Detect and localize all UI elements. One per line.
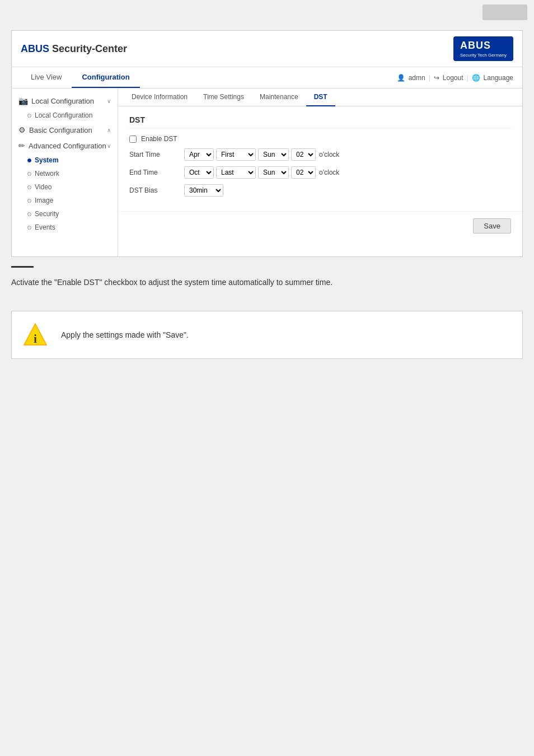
start-hour-select[interactable]: 0001020304 0506070809 101112 bbox=[291, 148, 316, 161]
sidebar-item-advanced-config[interactable]: ✏ Advanced Configuration ∨ bbox=[12, 138, 118, 153]
sidebar-sub-network[interactable]: Network bbox=[12, 167, 118, 180]
admin-label: admn bbox=[409, 74, 425, 82]
dst-bias-label: DST Bias bbox=[129, 186, 180, 194]
image-label: Image bbox=[35, 197, 53, 204]
events-dot bbox=[27, 226, 31, 230]
sidebar-sub-system[interactable]: System bbox=[12, 153, 118, 167]
dst-bias-controls: 30min60min90min120min bbox=[184, 184, 223, 197]
sidebar-sub-events[interactable]: Events bbox=[12, 221, 118, 234]
start-time-label: Start Time bbox=[129, 151, 180, 158]
info-icon: i bbox=[21, 320, 50, 349]
system-dot bbox=[27, 158, 31, 162]
logo-text: ABUS bbox=[460, 40, 491, 51]
local-config-dot bbox=[27, 114, 31, 118]
tab-dst[interactable]: DST bbox=[306, 88, 335, 106]
language-icon: 🌐 bbox=[472, 74, 480, 82]
system-label: System bbox=[35, 156, 59, 164]
end-time-label: End Time bbox=[129, 169, 180, 176]
start-oclock: o'clock bbox=[319, 151, 339, 158]
app-title: ABUS Security-Center bbox=[21, 43, 127, 55]
sidebar-item-basic-config[interactable]: ⚙ Basic Configuration ∧ bbox=[12, 122, 118, 138]
tab-device-info[interactable]: Device Information bbox=[124, 88, 195, 106]
events-label: Events bbox=[35, 223, 55, 231]
network-dot bbox=[27, 172, 31, 176]
description-text: Activate the "Enable DST" checkbox to ad… bbox=[11, 277, 523, 288]
sidebar-sub-local-config[interactable]: Local Configuration bbox=[12, 109, 118, 122]
basic-config-label: Basic Configuration bbox=[29, 126, 92, 134]
sidebar-item-local-config[interactable]: 📷 Local Configuration ∨ bbox=[12, 93, 118, 109]
save-area: Save bbox=[118, 211, 522, 240]
app-title-suffix: Security-Center bbox=[49, 43, 127, 54]
start-day-select[interactable]: SunMonTueWedThuFriSat bbox=[258, 148, 289, 161]
end-week-select[interactable]: FirstSecondThirdFourthLast bbox=[216, 166, 256, 179]
svg-text:i: i bbox=[34, 333, 37, 345]
video-dot bbox=[27, 185, 31, 189]
security-dot bbox=[27, 212, 31, 216]
end-month-select[interactable]: JanFebMarApr MayJunJulAug SepOctNovDec bbox=[184, 166, 214, 179]
network-label: Network bbox=[35, 170, 59, 178]
info-box: i Apply the settings made with "Save". bbox=[11, 311, 523, 359]
sidebar-sub-security[interactable]: Security bbox=[12, 207, 118, 221]
nav-tab-live-view[interactable]: Live View bbox=[21, 67, 72, 88]
basic-config-icon: ⚙ bbox=[18, 125, 26, 134]
info-box-text: Apply the settings made with "Save". bbox=[61, 330, 189, 339]
start-time-controls: JanFebMarApr MayJunJulAug SepOctNovDec F… bbox=[184, 148, 339, 161]
start-time-row: Start Time JanFebMarApr MayJunJulAug Sep… bbox=[129, 148, 511, 161]
end-day-select[interactable]: SunMonTueWedThuFriSat bbox=[258, 166, 289, 179]
end-hour-select[interactable]: 0001020304 0506070809 101112 bbox=[291, 166, 316, 179]
sidebar-sub-image[interactable]: Image bbox=[12, 194, 118, 207]
dst-bias-row: DST Bias 30min60min90min120min bbox=[129, 184, 511, 197]
advanced-config-icon: ✏ bbox=[18, 141, 25, 150]
end-oclock: o'clock bbox=[319, 169, 339, 176]
app-header: ABUS Security-Center ABUS Security Tech … bbox=[12, 31, 522, 67]
local-config-arrow: ∨ bbox=[107, 98, 111, 104]
content-layout: 📷 Local Configuration ∨ Local Configurat… bbox=[12, 88, 522, 256]
dst-title: DST bbox=[129, 115, 511, 128]
logout-icon: ↪ bbox=[434, 74, 439, 82]
nav-tab-configuration[interactable]: Configuration bbox=[72, 67, 139, 88]
security-label: Security bbox=[35, 210, 59, 218]
nav-user-area: 👤 admn | ↪ Logout | 🌐 Language bbox=[397, 74, 513, 82]
top-bar bbox=[0, 0, 534, 25]
end-time-controls: JanFebMarApr MayJunJulAug SepOctNovDec F… bbox=[184, 166, 339, 179]
user-icon: 👤 bbox=[397, 74, 405, 82]
local-config-icon: 📷 bbox=[18, 96, 28, 105]
enable-dst-row: Enable DST bbox=[129, 135, 511, 143]
main-container: ABUS Security-Center ABUS Security Tech … bbox=[11, 30, 523, 257]
advanced-config-arrow: ∨ bbox=[107, 143, 111, 149]
advanced-config-label: Advanced Configuration bbox=[29, 142, 106, 150]
dst-section: DST Enable DST Start Time JanFebMarApr M… bbox=[118, 106, 522, 211]
save-button[interactable]: Save bbox=[473, 218, 511, 234]
image-dot bbox=[27, 199, 31, 203]
local-config-label: Local Configuration bbox=[31, 97, 94, 105]
local-config-sub-label: Local Configuration bbox=[35, 111, 92, 119]
logout-link[interactable]: Logout bbox=[443, 74, 463, 82]
nav-sep-1: | bbox=[429, 74, 430, 82]
start-month-select[interactable]: JanFebMarApr MayJunJulAug SepOctNovDec bbox=[184, 148, 214, 161]
dst-bias-select[interactable]: 30min60min90min120min bbox=[184, 184, 223, 197]
nav-sep-2: | bbox=[466, 74, 468, 82]
section-divider bbox=[11, 266, 34, 268]
abus-logo-block: ABUS Security Tech Germany bbox=[453, 36, 513, 61]
abus-logo: ABUS Security Tech Germany bbox=[453, 36, 513, 61]
top-placeholder bbox=[483, 4, 527, 20]
main-content: Device Information Time Settings Mainten… bbox=[118, 88, 522, 256]
content-tabs: Device Information Time Settings Mainten… bbox=[118, 88, 522, 106]
app-title-abus: ABUS bbox=[21, 43, 49, 54]
logo-subtext: Security Tech Germany bbox=[460, 53, 507, 58]
language-link[interactable]: Language bbox=[484, 74, 513, 82]
enable-dst-checkbox[interactable] bbox=[129, 136, 137, 143]
sidebar: 📷 Local Configuration ∨ Local Configurat… bbox=[12, 88, 118, 256]
tab-time-settings[interactable]: Time Settings bbox=[195, 88, 252, 106]
video-label: Video bbox=[35, 183, 51, 191]
basic-config-arrow: ∧ bbox=[107, 127, 111, 133]
sidebar-sub-video[interactable]: Video bbox=[12, 180, 118, 194]
end-time-row: End Time JanFebMarApr MayJunJulAug SepOc… bbox=[129, 166, 511, 179]
tab-maintenance[interactable]: Maintenance bbox=[252, 88, 306, 106]
start-week-select[interactable]: FirstSecondThirdFourthLast bbox=[216, 148, 256, 161]
enable-dst-label[interactable]: Enable DST bbox=[141, 135, 177, 143]
nav-bar: Live View Configuration 👤 admn | ↪ Logou… bbox=[12, 67, 522, 88]
